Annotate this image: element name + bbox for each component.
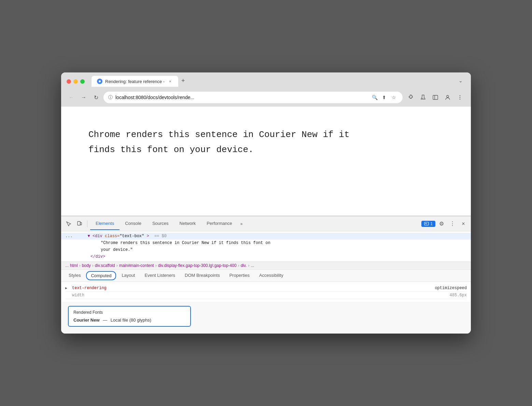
badge-count: 1	[430, 221, 433, 226]
url-bar[interactable]: ⓘ localhost:8080/docs/devtools/rende... …	[103, 92, 403, 103]
dom-row-text: "Chrome renders this sentence in Courier…	[69, 240, 471, 246]
breadcrumb-ellipsis: ...	[65, 263, 69, 268]
close-traffic-light[interactable]	[67, 79, 71, 84]
devtools-close-button[interactable]: ×	[459, 219, 468, 229]
url-text: localhost:8080/docs/devtools/rende...	[115, 95, 368, 100]
chrome-icon	[97, 79, 102, 84]
devtools-toolbar: Elements Console Sources Network Perform…	[61, 216, 471, 231]
tab-close-button[interactable]: ×	[167, 79, 173, 84]
style-tab-dom-breakpoints[interactable]: DOM Breakpoints	[180, 270, 225, 281]
breadcrumb-main[interactable]: main#main-content	[119, 263, 154, 268]
page-content: Chrome renders this sentence in Courier …	[61, 107, 471, 216]
element-picker-icon[interactable]	[64, 219, 73, 229]
dom-row-element[interactable]: ... ▼ <div class="text-box" > == $0	[61, 233, 471, 240]
dom-ellipsis-1: ...	[65, 234, 73, 239]
dom-text-content2: your device."	[101, 247, 133, 252]
devtools-tabs: Elements Console Sources Network Perform…	[90, 217, 420, 230]
devtools-tab-sources[interactable]: Sources	[147, 217, 174, 230]
font-source: Local file (80 glyphs)	[111, 317, 151, 323]
css-row-text-rendering[interactable]: ▶ text-rendering optimizespeed	[65, 285, 467, 292]
font-dash: —	[103, 317, 107, 323]
flask-icon	[420, 94, 426, 100]
breadcrumb-div-scaffold[interactable]: div.scaffold	[95, 263, 115, 268]
minimize-traffic-light[interactable]	[73, 79, 78, 84]
svg-point-8	[460, 97, 460, 98]
devtools-tab-performance[interactable]: Performance	[201, 217, 237, 230]
devtools-menu-button[interactable]: ⋮	[448, 219, 457, 229]
style-tab-computed[interactable]: Computed	[86, 271, 116, 280]
breadcrumb-div-flex[interactable]: div.display-flex.gap-top-300.lg\:gap-top…	[158, 263, 237, 268]
rendered-fonts-title: Rendered Fonts	[73, 310, 185, 315]
tabs-bar: Rendering: feature reference - × + ⌄	[92, 76, 465, 87]
devtools-settings-button[interactable]: ⚙	[437, 219, 446, 229]
extensions-button[interactable]	[405, 92, 416, 103]
devtools-panel: Elements Console Sources Network Perform…	[61, 216, 471, 334]
devtools-tab-elements[interactable]: Elements	[90, 217, 120, 230]
info-icon: ⓘ	[108, 94, 113, 100]
style-tab-accessibility[interactable]: Accessibility	[254, 270, 288, 281]
page-text-line2: finds this font on your device.	[88, 145, 254, 155]
toolbar-divider	[87, 220, 87, 227]
zoom-icon[interactable]: 🔍	[370, 93, 379, 102]
svg-rect-10	[78, 221, 80, 225]
rendered-fonts-container: Rendered Fonts Courier New — Local file …	[61, 302, 471, 334]
profile-button[interactable]	[442, 92, 453, 103]
svg-point-1	[99, 80, 101, 82]
console-badge-icon	[424, 221, 429, 226]
svg-point-3	[423, 98, 423, 98]
reload-button[interactable]: ↻	[91, 93, 101, 102]
font-name: Courier New	[73, 317, 100, 323]
sidebar-icon	[432, 94, 438, 100]
share-icon[interactable]: ⬆	[380, 93, 388, 102]
breadcrumb-html[interactable]: html	[70, 263, 78, 268]
font-entry: Courier New — Local file (80 glyphs)	[73, 317, 185, 323]
active-tab[interactable]: Rendering: feature reference - ×	[92, 76, 178, 87]
page-text-line1: Chrome renders this sentence in Courier …	[88, 130, 350, 140]
breadcrumb-div[interactable]: div.	[241, 263, 247, 268]
css-prop-width: width	[72, 293, 84, 298]
style-tab-event-listeners[interactable]: Event Listeners	[140, 270, 180, 281]
dom-row-text2: your device."	[69, 246, 471, 253]
css-row-width: ▶ width 485.6px	[65, 292, 467, 299]
style-tab-styles[interactable]: Styles	[64, 270, 85, 281]
devtools-tab-console[interactable]: Console	[120, 217, 147, 230]
svg-point-6	[447, 95, 449, 97]
forward-button[interactable]: →	[79, 93, 88, 102]
bookmark-icon[interactable]: ☆	[390, 93, 398, 102]
style-tab-properties[interactable]: Properties	[225, 270, 254, 281]
toolbar-actions	[405, 92, 465, 103]
svg-point-2	[422, 98, 423, 99]
breadcrumb-body[interactable]: body	[82, 263, 91, 268]
css-prop-text-rendering: text-rendering	[72, 286, 107, 290]
dom-dollar: == $0	[154, 234, 167, 239]
svg-rect-4	[433, 95, 438, 99]
browser-window: Rendering: feature reference - × + ⌄ ← →…	[61, 72, 471, 334]
back-button[interactable]: ←	[67, 93, 76, 102]
sidebar-button[interactable]	[430, 92, 441, 103]
traffic-lights	[67, 79, 85, 84]
style-tab-layout[interactable]: Layout	[117, 270, 140, 281]
css-expand-arrow: ▶	[65, 286, 69, 290]
flask-button[interactable]	[418, 92, 429, 103]
title-bar: Rendering: feature reference - × + ⌄	[61, 72, 471, 90]
profile-icon	[445, 94, 451, 100]
svg-point-9	[460, 99, 460, 99]
maximize-traffic-light[interactable]	[80, 79, 85, 84]
breadcrumb-ellipsis-end: ...	[251, 263, 254, 268]
css-properties-panel: ▶ text-rendering optimizespeed ▶ width 4…	[61, 282, 471, 302]
devtools-tab-network[interactable]: Network	[174, 217, 201, 230]
tab-title: Rendering: feature reference -	[105, 79, 165, 84]
dom-panel: ... ▼ <div class="text-box" > == $0 "Chr…	[61, 231, 471, 262]
new-tab-button[interactable]: +	[178, 76, 188, 85]
css-value-text-rendering: optimizespeed	[428, 286, 467, 290]
breadcrumb-bar: ... html › body › div.scaffold › main#ma…	[61, 262, 471, 270]
devtools-console-badge[interactable]: 1	[421, 221, 435, 227]
menu-dots-icon	[457, 94, 463, 100]
svg-rect-11	[80, 222, 82, 225]
device-toolbar-icon[interactable]	[75, 219, 84, 229]
address-bar: ← → ↻ ⓘ localhost:8080/docs/devtools/ren…	[61, 90, 471, 107]
title-bar-top: Rendering: feature reference - × + ⌄	[67, 76, 465, 87]
devtools-more-button[interactable]: »	[238, 219, 246, 229]
chrome-menu-button[interactable]	[454, 92, 465, 103]
tab-menu-button[interactable]: ⌄	[456, 76, 465, 85]
